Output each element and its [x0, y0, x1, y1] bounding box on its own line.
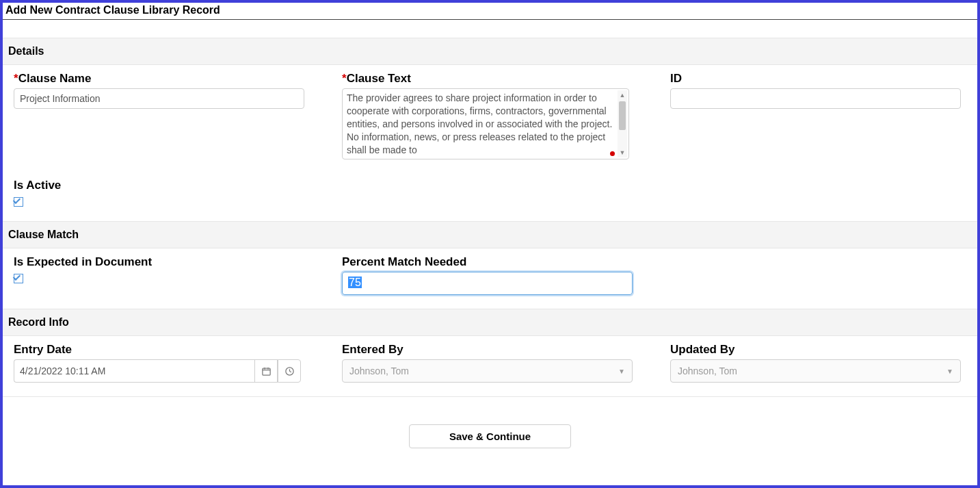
- section-clause-match-header: Clause Match: [3, 221, 977, 248]
- updated-by-dropdown[interactable]: Johnson, Tom ▼: [670, 359, 961, 383]
- section-details-body: *Clause Name *Clause Text The provider a…: [3, 65, 977, 221]
- percent-match-input[interactable]: 75: [342, 272, 633, 295]
- entry-date-input[interactable]: [14, 359, 254, 383]
- time-button[interactable]: [278, 359, 301, 383]
- clause-name-input[interactable]: [14, 88, 304, 109]
- clause-text-content: The provider agrees to share project inf…: [347, 92, 615, 156]
- section-details-header: Details: [3, 38, 977, 65]
- section-clause-match-body: Is Expected in Document Percent Match Ne…: [3, 248, 977, 309]
- percent-match-value: 75: [348, 277, 362, 288]
- svg-line-6: [289, 371, 291, 372]
- entered-by-dropdown[interactable]: Johnson, Tom ▼: [342, 359, 633, 383]
- app-frame: Add New Contract Clause Library Record D…: [0, 0, 980, 488]
- page-title: Add New Contract Clause Library Record: [3, 3, 977, 20]
- entered-by-value: Johnson, Tom: [349, 365, 409, 376]
- save-continue-button[interactable]: Save & Continue: [409, 424, 571, 448]
- is-expected-checkbox[interactable]: [14, 274, 23, 283]
- updated-by-value: Johnson, Tom: [678, 365, 737, 376]
- clause-name-label: *Clause Name: [14, 72, 308, 86]
- chevron-down-icon: ▼: [946, 368, 953, 375]
- id-input[interactable]: [670, 88, 961, 109]
- rich-text-indicator-icon: [610, 151, 615, 156]
- entered-by-label: Entered By: [342, 343, 636, 357]
- clock-icon: [284, 366, 295, 376]
- entry-date-label: Entry Date: [14, 343, 308, 357]
- chevron-down-icon: ▼: [618, 368, 625, 375]
- scroll-down-icon[interactable]: ▼: [618, 148, 627, 157]
- required-marker: *: [342, 72, 347, 85]
- section-record-info-header: Record Info: [3, 309, 977, 336]
- required-marker: *: [14, 72, 18, 85]
- calendar-icon: [261, 366, 272, 376]
- scroll-up-icon[interactable]: ▲: [618, 90, 627, 100]
- is-active-checkbox[interactable]: [14, 197, 23, 207]
- section-record-info-body: Entry Date: [3, 336, 977, 396]
- footer: Save & Continue: [3, 396, 977, 462]
- scrollbar[interactable]: ▲ ▼: [618, 90, 627, 157]
- scroll-thumb[interactable]: [619, 101, 626, 130]
- is-expected-label: Is Expected in Document: [14, 255, 308, 269]
- clause-text-input[interactable]: The provider agrees to share project inf…: [342, 88, 629, 159]
- is-active-label: Is Active: [14, 179, 966, 192]
- percent-match-label: Percent Match Needed: [342, 255, 636, 269]
- clause-text-label: *Clause Text: [342, 72, 636, 86]
- calendar-button[interactable]: [254, 359, 278, 383]
- entry-date-group: [14, 359, 301, 383]
- updated-by-label: Updated By: [670, 343, 964, 357]
- id-label: ID: [670, 72, 964, 86]
- svg-rect-0: [262, 368, 269, 375]
